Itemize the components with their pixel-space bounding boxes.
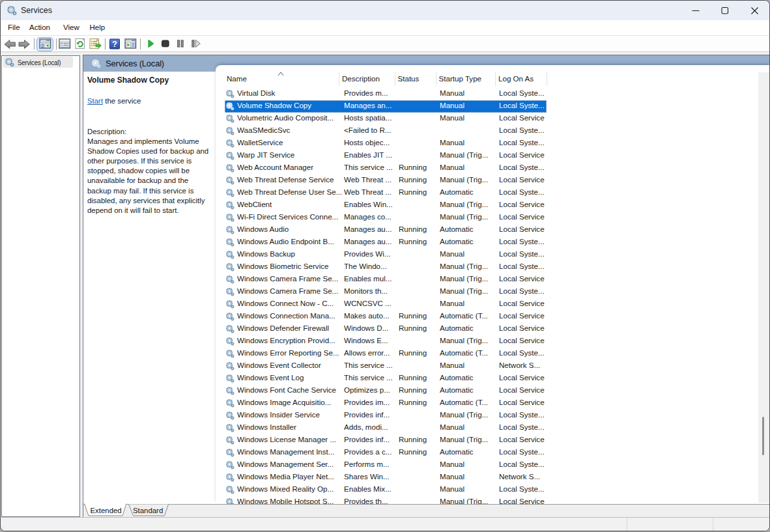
svg-text:?: ? (112, 39, 117, 49)
